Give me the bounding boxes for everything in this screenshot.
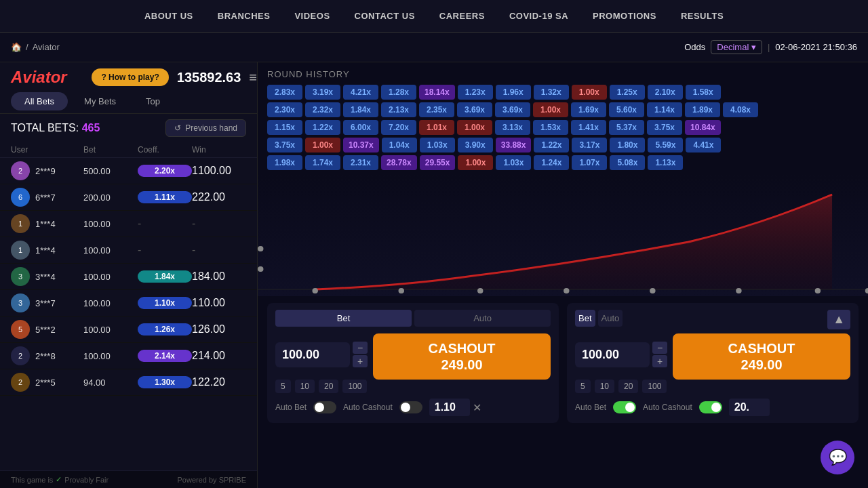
- panel2-cashout-input[interactable]: [729, 399, 770, 416]
- panel2-tab-auto[interactable]: Auto: [598, 310, 623, 327]
- history-badge[interactable]: 5.08x: [610, 155, 645, 170]
- history-badge[interactable]: 4.08x: [723, 102, 758, 117]
- history-badge[interactable]: 4.21x: [343, 85, 378, 100]
- history-badge[interactable]: 1.25x: [610, 85, 645, 100]
- panel2-step-down[interactable]: −: [652, 342, 667, 354]
- history-badge[interactable]: 1.14x: [647, 102, 682, 117]
- history-badge[interactable]: 2.31x: [343, 155, 378, 170]
- history-badge[interactable]: 1.03x: [420, 138, 455, 152]
- history-badge[interactable]: 5.37x: [609, 120, 644, 135]
- history-badge[interactable]: 1.00x: [305, 138, 340, 152]
- history-badge[interactable]: 1.00x: [458, 155, 493, 170]
- history-badge[interactable]: 3.17x: [572, 138, 607, 152]
- history-badge[interactable]: 4.41x: [686, 138, 721, 152]
- panel1-cashout-input[interactable]: [429, 399, 470, 416]
- history-badge[interactable]: 2.83x: [267, 85, 302, 100]
- history-badge[interactable]: 1.32x: [534, 85, 569, 100]
- history-badge[interactable]: 7.20x: [381, 120, 416, 135]
- panel1-quick-100[interactable]: 100: [342, 380, 367, 393]
- panel1-auto-bet-toggle[interactable]: [313, 401, 336, 413]
- panel1-cashout-button[interactable]: CASHOUT 249.00: [373, 333, 551, 380]
- history-badge[interactable]: 29.55x: [420, 155, 456, 170]
- history-badge[interactable]: 6.00x: [343, 120, 378, 135]
- history-badge[interactable]: 10.84x: [685, 120, 721, 135]
- history-badge[interactable]: 1.23x: [458, 85, 493, 100]
- odds-dropdown[interactable]: Decimal ▾: [711, 40, 762, 54]
- history-badge[interactable]: 1.89x: [685, 102, 720, 117]
- history-badge[interactable]: 2.35x: [419, 102, 454, 117]
- history-badge[interactable]: 3.19x: [305, 85, 340, 100]
- history-badge[interactable]: 2.13x: [381, 102, 416, 117]
- history-badge[interactable]: 5.60x: [609, 102, 644, 117]
- history-badge[interactable]: 3.75x: [647, 120, 682, 135]
- panel1-tab-bet[interactable]: Bet: [275, 310, 412, 327]
- history-badge[interactable]: 1.22x: [305, 120, 340, 135]
- history-badge[interactable]: 2.30x: [267, 102, 302, 117]
- panel2-step-up[interactable]: +: [652, 355, 667, 367]
- nav-covid[interactable]: COVID-19 SA: [509, 11, 568, 21]
- history-badge[interactable]: 10.37x: [343, 138, 379, 152]
- history-badge[interactable]: 5.59x: [648, 138, 683, 152]
- history-badge[interactable]: 1.01x: [419, 120, 454, 135]
- history-badge[interactable]: 33.88x: [496, 138, 532, 152]
- history-badge[interactable]: 1.96x: [496, 85, 531, 100]
- how-to-play-button[interactable]: ? How to play?: [92, 68, 168, 86]
- nav-branches[interactable]: BRANCHES: [218, 11, 271, 21]
- panel1-quick-20[interactable]: 20: [319, 380, 338, 393]
- chat-button[interactable]: 💬: [821, 441, 854, 474]
- nav-results[interactable]: RESULTS: [681, 11, 724, 21]
- history-badge[interactable]: 1.00x: [572, 85, 607, 100]
- tab-my-bets[interactable]: My Bets: [71, 92, 130, 110]
- history-badge[interactable]: 3.13x: [495, 120, 530, 135]
- history-badge[interactable]: 1.13x: [648, 155, 683, 170]
- panel2-quick-5[interactable]: 5: [575, 380, 591, 393]
- history-badge[interactable]: 1.58x: [686, 85, 721, 100]
- panel2-scroll-up[interactable]: ▲: [827, 310, 850, 329]
- history-badge[interactable]: 3.90x: [458, 138, 493, 152]
- history-badge[interactable]: 1.98x: [267, 155, 302, 170]
- menu-icon[interactable]: ≡: [249, 70, 257, 85]
- history-badge[interactable]: 28.78x: [381, 155, 417, 170]
- nav-careers[interactable]: CAREERS: [439, 11, 485, 21]
- history-badge[interactable]: 2.32x: [305, 102, 340, 117]
- panel1-step-up[interactable]: +: [353, 355, 368, 367]
- history-badge[interactable]: 1.04x: [382, 138, 417, 152]
- tab-top[interactable]: Top: [132, 92, 174, 110]
- panel1-bet-input[interactable]: [275, 342, 350, 367]
- history-badge[interactable]: 1.00x: [457, 120, 492, 135]
- history-badge[interactable]: 1.74x: [305, 155, 340, 170]
- nav-about-us[interactable]: ABOUT US: [144, 11, 193, 21]
- history-badge[interactable]: 1.00x: [533, 102, 568, 117]
- history-badge[interactable]: 1.24x: [534, 155, 569, 170]
- history-badge[interactable]: 1.22x: [534, 138, 569, 152]
- nav-contact-us[interactable]: CONTACT US: [355, 11, 415, 21]
- history-badge[interactable]: 1.69x: [571, 102, 606, 117]
- history-badge[interactable]: 1.41x: [571, 120, 606, 135]
- history-badge[interactable]: 1.53x: [533, 120, 568, 135]
- history-badge[interactable]: 1.28x: [381, 85, 416, 100]
- panel2-quick-20[interactable]: 20: [618, 380, 638, 393]
- history-badge[interactable]: 1.84x: [343, 102, 378, 117]
- panel2-auto-bet-toggle[interactable]: [613, 401, 636, 413]
- panel1-step-down[interactable]: −: [353, 342, 368, 354]
- panel1-quick-10[interactable]: 10: [295, 380, 315, 393]
- history-badge[interactable]: 3.75x: [267, 138, 302, 152]
- history-badge[interactable]: 3.69x: [495, 102, 530, 117]
- history-badge[interactable]: 1.80x: [610, 138, 645, 152]
- panel2-bet-input[interactable]: [575, 342, 650, 367]
- history-badge[interactable]: 1.07x: [572, 155, 607, 170]
- prev-hand-button[interactable]: ↺ Previous hand: [165, 119, 246, 137]
- panel2-auto-cashout-toggle[interactable]: [699, 401, 722, 413]
- history-badge[interactable]: 1.15x: [267, 120, 302, 135]
- panel1-cashout-clear[interactable]: ✕: [473, 401, 481, 414]
- history-badge[interactable]: 1.03x: [496, 155, 531, 170]
- tab-all-bets[interactable]: All Bets: [11, 92, 68, 110]
- panel1-quick-5[interactable]: 5: [275, 380, 291, 393]
- panel1-tab-auto[interactable]: Auto: [414, 310, 551, 327]
- history-badge[interactable]: 3.69x: [457, 102, 492, 117]
- panel2-tab-bet[interactable]: Bet: [575, 310, 595, 327]
- home-icon[interactable]: 🏠: [11, 42, 22, 52]
- history-badge[interactable]: 18.14x: [419, 85, 455, 100]
- nav-videos[interactable]: VIDEOS: [294, 11, 330, 21]
- panel1-auto-cashout-toggle[interactable]: [399, 401, 422, 413]
